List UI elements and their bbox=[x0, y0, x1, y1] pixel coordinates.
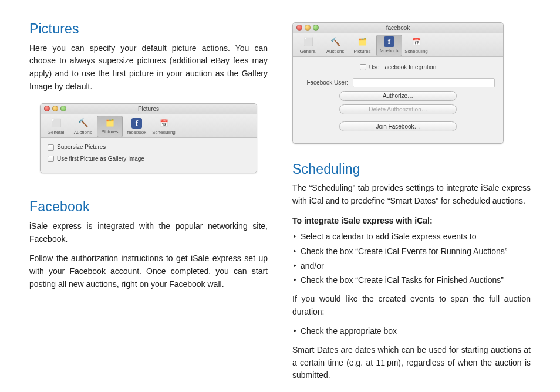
minimize-icon[interactable] bbox=[305, 25, 311, 31]
list-text: Check the box “Create iCal Tasks for Fin… bbox=[301, 275, 504, 285]
tab-pictures[interactable]: Pictures bbox=[349, 35, 375, 56]
fb-user-row: Facebook User: bbox=[301, 78, 495, 87]
prefs-body: Supersize Pictures Use first Picture as … bbox=[41, 138, 257, 173]
tab-facebook[interactable]: ffacebook bbox=[376, 35, 402, 56]
zoom-icon[interactable] bbox=[313, 25, 319, 31]
window-title: facebook bbox=[386, 25, 410, 31]
facebook-para-2: Follow the authorization instructions to… bbox=[29, 252, 268, 290]
authorize-button[interactable]: Authorize… bbox=[339, 91, 457, 101]
tab-label: facebook bbox=[380, 48, 399, 55]
supersize-row[interactable]: Supersize Pictures bbox=[48, 143, 249, 152]
scheduling-sub: To integrate iSale express with iCal: bbox=[292, 215, 531, 228]
close-icon[interactable] bbox=[44, 106, 50, 111]
auctions-icon bbox=[328, 36, 342, 48]
pictures-heading: Pictures bbox=[29, 19, 268, 40]
tab-label: Scheduling bbox=[404, 48, 428, 55]
tab-pictures[interactable]: Pictures bbox=[97, 116, 123, 137]
fb-user-label: Facebook User: bbox=[301, 78, 348, 87]
delete-auth-button: Delete Authorization… bbox=[339, 104, 457, 114]
facebook-para-1: iSale express is integrated with the pop… bbox=[29, 220, 268, 245]
join-facebook-button[interactable]: Join Facebook… bbox=[339, 121, 457, 131]
scheduling-section: Scheduling The “Scheduling” tab provides… bbox=[292, 159, 531, 383]
pictures-section: Pictures Here you can specify your defau… bbox=[29, 19, 268, 173]
minimize-icon[interactable] bbox=[52, 106, 58, 111]
checkbox-label: Use first Picture as Gallery Image bbox=[57, 154, 144, 164]
tab-scheduling[interactable]: Scheduling bbox=[151, 116, 177, 137]
tab-facebook[interactable]: ffacebook bbox=[124, 116, 150, 137]
scheduling-para: The “Scheduling” tab provides settings t… bbox=[292, 182, 531, 207]
general-icon bbox=[301, 36, 315, 48]
facebook-icon: f bbox=[384, 36, 394, 47]
scheduling-icon bbox=[409, 36, 423, 48]
arrow-icon: ‣ bbox=[292, 260, 298, 273]
pictures-icon bbox=[103, 117, 117, 129]
checkbox-label: Use Facebook Integration bbox=[369, 63, 437, 72]
arrow-icon: ‣ bbox=[292, 245, 298, 258]
close-icon[interactable] bbox=[296, 25, 302, 31]
prefs-toolbar: General Auctions Pictures ffacebook Sche… bbox=[293, 33, 503, 57]
scheduling-heading: Scheduling bbox=[292, 159, 531, 180]
list-text: and/or bbox=[301, 261, 324, 271]
tab-label: Pictures bbox=[354, 48, 371, 55]
pictures-icon bbox=[355, 36, 369, 48]
prefs-toolbar: General Auctions Pictures ffacebook Sche… bbox=[41, 114, 257, 138]
window-traffic-lights[interactable] bbox=[296, 25, 319, 31]
right-column: facebook General Auctions Pictures fface… bbox=[292, 19, 531, 378]
zoom-icon[interactable] bbox=[60, 106, 66, 111]
arrow-icon: ‣ bbox=[292, 325, 298, 338]
list-item: ‣ Check the box “Create iCal Tasks for F… bbox=[292, 274, 531, 287]
arrow-icon: ‣ bbox=[292, 274, 298, 287]
list-text: Check the box “Create iCal Events for Ru… bbox=[301, 246, 508, 256]
prefs-body: Use Facebook Integration Facebook User: … bbox=[293, 57, 503, 143]
scheduling-para-3: Smart Dates are dates which can be used … bbox=[292, 344, 531, 382]
tab-label: Pictures bbox=[102, 129, 119, 136]
arrow-icon: ‣ bbox=[292, 231, 298, 244]
scheduling-bullets-2: ‣ Check the appropriate box bbox=[292, 325, 531, 338]
tab-label: General bbox=[300, 48, 316, 55]
fb-integration-row[interactable]: Use Facebook Integration bbox=[301, 63, 495, 72]
facebook-section: Facebook iSale express is integrated wit… bbox=[29, 197, 268, 290]
checkbox-icon[interactable] bbox=[48, 144, 54, 151]
checkbox-label: Supersize Pictures bbox=[57, 143, 106, 152]
window-title: Pictures bbox=[138, 106, 159, 112]
pictures-paragraph: Here you can specify your default pictur… bbox=[29, 42, 268, 93]
auctions-icon bbox=[76, 117, 90, 129]
tab-label: facebook bbox=[127, 129, 146, 136]
window-traffic-lights[interactable] bbox=[44, 106, 66, 111]
scheduling-para-2: If you would like the created events to … bbox=[292, 293, 531, 318]
scheduling-icon bbox=[157, 117, 171, 129]
checkbox-icon[interactable] bbox=[360, 64, 366, 70]
tab-auctions[interactable]: Auctions bbox=[322, 35, 348, 56]
left-column: Pictures Here you can specify your defau… bbox=[29, 19, 268, 378]
tab-label: Scheduling bbox=[152, 129, 176, 136]
tab-label: Auctions bbox=[74, 129, 92, 136]
checkbox-icon[interactable] bbox=[48, 156, 54, 162]
facebook-icon: f bbox=[131, 118, 142, 129]
fb-user-input[interactable] bbox=[353, 78, 495, 87]
scheduling-bullets: ‣ Select a calendar to add iSale express… bbox=[292, 231, 531, 287]
list-item: ‣ Check the box “Create iCal Events for … bbox=[292, 245, 531, 258]
list-text: Select a calendar to add iSale express e… bbox=[301, 232, 477, 241]
list-text: Check the appropriate box bbox=[301, 326, 397, 336]
list-item: ‣ Check the appropriate box bbox=[292, 325, 531, 338]
tab-general[interactable]: General bbox=[43, 116, 69, 137]
tab-general[interactable]: General bbox=[295, 35, 321, 56]
tab-label: Auctions bbox=[326, 48, 345, 55]
general-icon bbox=[49, 117, 63, 129]
pictures-preferences-window: Pictures General Auctions Pictures fface… bbox=[40, 103, 257, 173]
facebook-heading: Facebook bbox=[29, 197, 268, 218]
window-titlebar: facebook bbox=[293, 23, 503, 33]
tab-label: General bbox=[48, 129, 64, 136]
tab-auctions[interactable]: Auctions bbox=[70, 116, 96, 137]
gallery-row[interactable]: Use first Picture as Gallery Image bbox=[48, 154, 249, 164]
list-item: ‣ and/or bbox=[292, 260, 531, 273]
facebook-preferences-window: facebook General Auctions Pictures fface… bbox=[292, 22, 504, 144]
window-titlebar: Pictures bbox=[41, 104, 257, 114]
tab-scheduling[interactable]: Scheduling bbox=[403, 35, 429, 56]
list-item: ‣ Select a calendar to add iSale express… bbox=[292, 231, 531, 244]
